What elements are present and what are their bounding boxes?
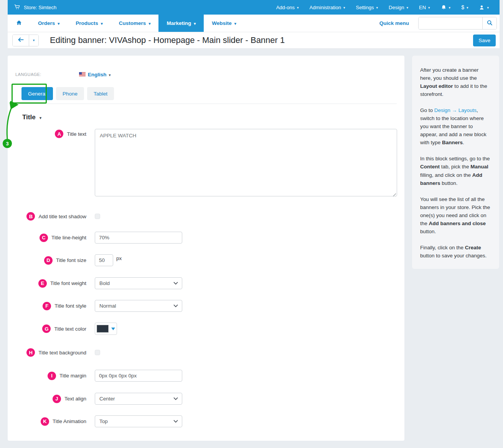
title-font-size-control: px (95, 254, 122, 266)
form-row-title-font-weight: ETitle font weightBold (15, 277, 397, 289)
help-text: In this block settings, go to the (420, 156, 490, 161)
nav-website[interactable]: Website▾ (204, 15, 244, 32)
topbar-menu-design[interactable]: Design▾ (383, 0, 414, 15)
title-line-height-control (95, 232, 182, 244)
nav-item-label: Orders (38, 20, 55, 26)
add-title-text-shadow-label: Add title text shadow (38, 214, 86, 219)
annotation-badge-d: D (44, 256, 53, 265)
section-title: Title (22, 114, 36, 121)
save-button[interactable]: Save (473, 35, 496, 46)
help-text: Go to (420, 107, 434, 113)
add-title-text-shadow-checkbox[interactable] (95, 214, 100, 219)
title-line-height-input[interactable] (95, 232, 182, 244)
nav-marketing[interactable]: Marketing▾ (158, 15, 204, 32)
help-text: . (463, 140, 464, 145)
title-font-style-selected-value: Normal (95, 303, 116, 309)
chevron-down-icon: ▾ (33, 38, 35, 42)
text-align-control: Center (95, 393, 182, 405)
back-button[interactable] (13, 35, 29, 46)
title-text-color-control (95, 323, 117, 335)
title-text-control (95, 129, 397, 198)
device-tabs: GeneralPhoneTablet (21, 87, 397, 100)
tab-phone[interactable]: Phone (56, 87, 84, 100)
chevron-down-icon (173, 282, 178, 285)
title-font-size-label: Title font size (56, 257, 86, 263)
topbar-menu-en[interactable]: EN▾ (414, 0, 435, 15)
title-text-color-picker-button[interactable] (95, 323, 117, 335)
admin-page: Store: Simtech Add-ons▾Administration▾Se… (0, 0, 503, 448)
topbar-menu-add-ons[interactable]: Add-ons▾ (271, 0, 304, 15)
help-text: Finally, click on the (420, 245, 465, 250)
title-text-textarea[interactable] (95, 129, 397, 196)
chevron-down-icon: ▾ (297, 6, 299, 10)
page-title: Editing banner: VIVAshop - Homepage - Ma… (50, 35, 285, 45)
divider (15, 104, 397, 104)
title-animation-label: Title Animation (53, 418, 86, 424)
title-font-weight-control: Bold (95, 277, 182, 289)
help-paragraph: In this block settings, go to the Conten… (420, 155, 491, 187)
field-label-wrap: CTitle line-height (15, 234, 86, 242)
search-box (418, 17, 497, 30)
nav-orders[interactable]: Orders▾ (30, 15, 68, 32)
topbar-menu-label: Administration (310, 5, 341, 10)
field-label-wrap: GTitle text color (15, 324, 86, 333)
chevron-down-icon: ▾ (109, 73, 111, 77)
title-font-size-unit-label: px (116, 255, 122, 261)
help-link[interactable]: Design → Layouts (434, 107, 477, 113)
help-text: Content (420, 164, 440, 170)
chevron-down-icon: ▾ (428, 6, 430, 10)
back-dropdown-button[interactable]: ▾ (29, 35, 38, 46)
currency-menu[interactable]: $ ▾ (456, 0, 473, 15)
topbar-menu-label: Design (389, 5, 404, 10)
title-text-background-control (95, 350, 100, 355)
tab-general[interactable]: General (21, 87, 53, 100)
banner-form: ATitle textBAdd title text shadowCTitle … (15, 129, 397, 427)
title-animation-select[interactable]: Top (95, 415, 182, 427)
chevron-down-icon (173, 305, 178, 308)
search-input[interactable] (419, 17, 482, 29)
help-text: Add banners and close (429, 221, 486, 226)
tab-tablet[interactable]: Tablet (87, 87, 114, 100)
store-selector[interactable]: Store: Simtech (8, 4, 56, 11)
title-margin-input[interactable] (95, 370, 182, 382)
chevron-down-icon: ▾ (343, 6, 345, 10)
chevron-down-icon: ▾ (58, 21, 59, 26)
form-row-add-title-text-shadow: BAdd title text shadow (15, 212, 397, 221)
title-margin-control (95, 370, 182, 382)
help-text: After you create a banner here, you shou… (420, 67, 478, 81)
title-font-weight-select[interactable]: Bold (95, 277, 182, 289)
help-text: Manual (470, 164, 488, 170)
title-font-style-select[interactable]: Normal (95, 300, 182, 312)
form-row-title-font-style: FTitle font styleNormal (15, 300, 397, 312)
topbar-menu-administration[interactable]: Administration▾ (304, 0, 351, 15)
collapse-caret-icon[interactable]: ▾ (40, 115, 42, 120)
title-animation-control: Top (95, 415, 182, 427)
quick-menu-link[interactable]: Quick menu (379, 20, 409, 26)
chevron-down-icon: ▾ (449, 6, 451, 10)
annotation-badge-e: E (38, 279, 47, 288)
text-align-select[interactable]: Center (95, 393, 182, 405)
title-text-background-checkbox[interactable] (95, 350, 100, 355)
nav-customers[interactable]: Customers▾ (111, 15, 159, 32)
search-button[interactable] (482, 17, 496, 29)
dropdown-caret-icon (111, 328, 115, 330)
title-font-weight-label: Title font weight (50, 280, 86, 286)
help-text: filling, and click on the (420, 172, 472, 178)
title-text-background-label: Title text background (38, 350, 86, 356)
language-selector[interactable]: English ▾ (79, 71, 111, 78)
topbar-menu-label: Settings (356, 5, 374, 10)
add-title-text-shadow-control (95, 214, 100, 219)
dollar-icon: $ (461, 4, 464, 10)
title-font-size-input[interactable] (95, 254, 113, 266)
account-menu[interactable]: ▾ (473, 0, 494, 15)
field-label-wrap: FTitle font style (15, 302, 86, 310)
chevron-down-icon (173, 420, 178, 423)
nav-home[interactable] (8, 15, 30, 32)
field-label-wrap: JText align (15, 395, 86, 403)
notifications-menu[interactable]: ▾ (435, 0, 456, 15)
text-align-selected-value: Center (95, 396, 115, 402)
nav-products[interactable]: Products▾ (68, 15, 111, 32)
help-text: Create (465, 245, 481, 250)
field-label-wrap: HTitle text background (15, 348, 86, 357)
topbar-menu-settings[interactable]: Settings▾ (351, 0, 384, 15)
